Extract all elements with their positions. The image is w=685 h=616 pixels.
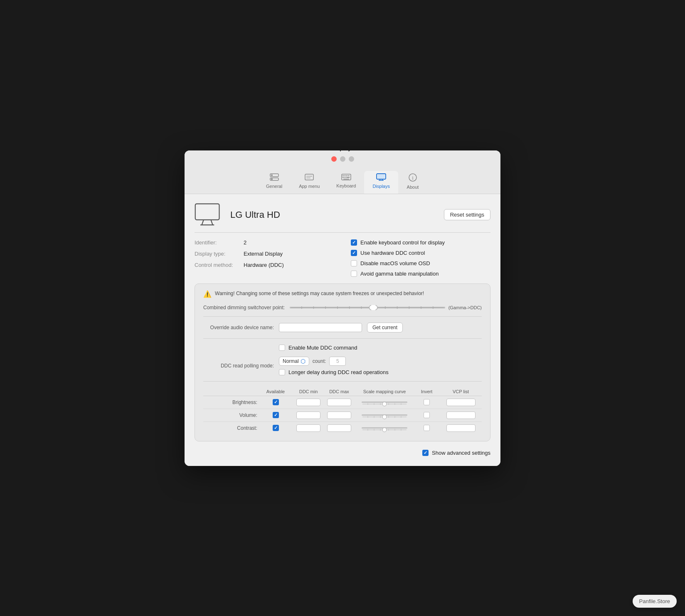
ddc-mode-arrow: ⬡ [301, 358, 306, 365]
volume-ddc-min-input[interactable] [296, 411, 320, 419]
svg-line-24 [202, 219, 204, 224]
contrast-scale-slider[interactable] [362, 427, 407, 429]
tab-app-menu-label: App menu [299, 184, 320, 189]
svg-rect-13 [344, 177, 345, 178]
info-right: Enable keyboard control for display Use … [342, 239, 490, 277]
mute-ddc-row: Enable Mute DDC command [279, 345, 482, 351]
brightness-row: Brightness: [203, 396, 482, 409]
dimming-row: Combined dimming switchover point: [203, 305, 482, 317]
svg-rect-11 [348, 175, 349, 176]
dimming-label: Combined dimming switchover point: [203, 305, 285, 310]
brightness-vcp-input[interactable] [446, 399, 476, 406]
window-title: Displays [330, 150, 355, 151]
controls-table: Available DDC min DDC max Scale mapping … [203, 387, 482, 434]
title-row: Displays [191, 156, 494, 166]
brightness-invert-checkbox[interactable] [424, 399, 430, 405]
audio-input[interactable] [279, 323, 362, 332]
control-method-row: Control method: Hardware (DDC) [195, 262, 342, 268]
tab-about[interactable]: i About [398, 171, 427, 194]
volume-invert [415, 412, 438, 418]
col-invert: Invert [415, 389, 438, 394]
contrast-ddc-max-input[interactable] [327, 424, 351, 432]
titlebar: Displays General [185, 150, 500, 194]
get-current-button[interactable]: Get current [367, 323, 403, 333]
volume-ddc-min [294, 411, 323, 419]
svg-point-40 [369, 305, 377, 310]
dimming-slider[interactable] [290, 307, 445, 308]
volume-ddc-max-input[interactable] [327, 411, 351, 419]
footer-row: Show advanced settings [195, 450, 490, 456]
info-left: Identifier: 2 Display type: External Dis… [195, 239, 342, 277]
watermark-text: Panfile.Store [639, 598, 670, 604]
count-input[interactable] [329, 357, 346, 366]
keyboard-icon [341, 173, 351, 182]
contrast-invert [415, 425, 438, 431]
contrast-ddc-max [325, 424, 354, 432]
ddc-polling-row: DDC read polling mode: Normal ⬡ count: L… [203, 357, 482, 382]
ddc-mode-select[interactable]: Normal ⬡ [279, 357, 309, 366]
ddc-polling-label: DDC read polling mode: [203, 363, 274, 369]
volume-scale [355, 414, 414, 416]
contrast-vcp [440, 424, 482, 432]
gamma-checkbox[interactable] [351, 271, 357, 277]
longer-delay-checkbox[interactable] [279, 369, 285, 375]
mute-ddc-checkbox[interactable] [279, 345, 285, 351]
contrast-ddc-min-input[interactable] [296, 424, 320, 432]
close-button[interactable] [331, 156, 337, 162]
ddc-control-checkbox-row: Use hardware DDC control [351, 250, 490, 256]
svg-point-1 [271, 174, 273, 176]
brightness-available [259, 399, 292, 405]
warning-text: Warning! Changing some of these settings… [215, 291, 424, 296]
brightness-label: Brightness: [203, 399, 257, 405]
svg-point-58 [382, 415, 387, 419]
traffic-lights [331, 156, 354, 162]
minimize-button[interactable] [340, 156, 345, 162]
volume-invert-checkbox[interactable] [424, 412, 430, 418]
col-available: Available [259, 389, 292, 394]
tab-keyboard[interactable]: Keyboard [328, 171, 364, 194]
longer-delay-label: Longer delay during DDC read operations [288, 369, 389, 375]
reset-settings-button[interactable]: Reset settings [444, 209, 490, 220]
svg-rect-12 [342, 177, 344, 178]
keyboard-control-checkbox-row: Enable keyboard control for display [351, 239, 490, 246]
contrast-available-checkbox[interactable] [273, 425, 279, 431]
keyboard-control-checkbox[interactable] [351, 239, 357, 246]
svg-rect-10 [346, 175, 347, 176]
brightness-invert [415, 399, 438, 405]
tab-app-menu[interactable]: App menu [291, 171, 328, 194]
brightness-ddc-min [294, 399, 323, 406]
brightness-scale [355, 402, 414, 403]
audio-label: Override audio device name: [203, 325, 274, 330]
show-advanced-checkbox[interactable] [422, 450, 429, 456]
contrast-ddc-min [294, 424, 323, 432]
volume-scale-slider[interactable] [362, 414, 407, 416]
advanced-settings-box: ⚠️ Warning! Changing some of these setti… [195, 283, 490, 441]
brightness-ddc-max-input[interactable] [327, 399, 351, 406]
maximize-button[interactable] [349, 156, 354, 162]
table-header: Available DDC min DDC max Scale mapping … [203, 387, 482, 396]
identifier-label: Identifier: [195, 239, 240, 246]
col-scale-mapping: Scale mapping curve [355, 389, 414, 394]
volume-available-checkbox[interactable] [273, 412, 279, 418]
ddc-control-checkbox[interactable] [351, 250, 357, 256]
tab-general[interactable]: General [258, 171, 291, 194]
contrast-invert-checkbox[interactable] [424, 425, 430, 431]
contrast-vcp-input[interactable] [446, 424, 476, 432]
brightness-ddc-min-input[interactable] [296, 399, 320, 406]
mute-osd-checkbox[interactable] [351, 260, 357, 266]
dimming-slider-container: (Gamma->DDC) [290, 305, 482, 310]
keyboard-control-label: Enable keyboard control for display [360, 239, 445, 246]
app-window: Displays General [185, 150, 500, 466]
tab-displays[interactable]: Displays [364, 171, 398, 194]
contrast-row: Contrast: [203, 422, 482, 434]
ddc-polling-top: Normal ⬡ count: [279, 357, 389, 366]
longer-delay-row: Longer delay during DDC read operations [279, 369, 389, 375]
audio-controls: Get current [279, 323, 403, 333]
brightness-scale-slider[interactable] [362, 402, 407, 403]
volume-vcp-input[interactable] [446, 411, 476, 419]
count-label: count: [313, 358, 326, 364]
ddc-polling-controls: Normal ⬡ count: Longer delay during DDC … [279, 357, 389, 375]
brightness-ddc-max [325, 399, 354, 406]
brightness-available-checkbox[interactable] [273, 399, 279, 405]
audio-row: Override audio device name: Get current [203, 323, 482, 339]
